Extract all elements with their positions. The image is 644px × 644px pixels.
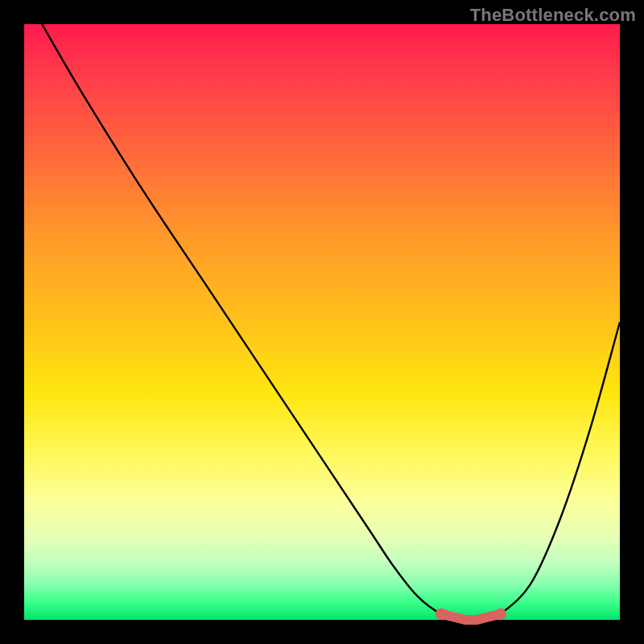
chart-svg	[24, 24, 620, 620]
flat-minimum-highlight	[436, 609, 506, 620]
plot-area	[24, 24, 620, 620]
minimum-endpoint	[495, 609, 506, 620]
minimum-endpoint	[436, 609, 447, 620]
bottleneck-curve	[42, 24, 620, 621]
watermark-text: TheBottleneck.com	[470, 5, 636, 26]
chart-frame: TheBottleneck.com	[0, 0, 644, 644]
minimum-band	[441, 614, 501, 620]
